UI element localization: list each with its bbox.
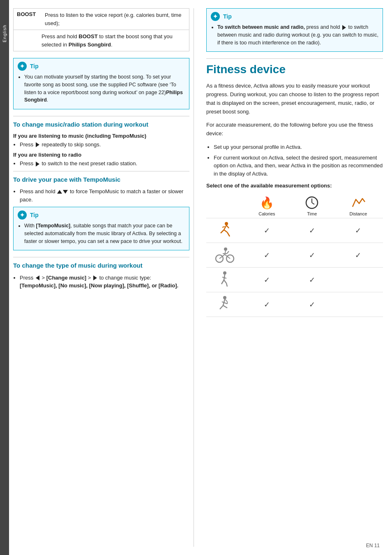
press-text-3: Press and hold (20, 188, 57, 194)
tip-title-2: Tip (30, 212, 39, 218)
press-after-1: repeatedly to skip songs. (42, 141, 101, 148)
distance-icon (351, 195, 366, 210)
boost-row2-text1: Press and hold (42, 33, 78, 39)
tip-icon-right: ✦ (211, 12, 220, 21)
svg-line-21 (221, 280, 224, 284)
tip-box-2: ✦ Tip With [TempoMusic], suitable songs … (13, 207, 189, 250)
change-type-bullets: Press > [Change music] > to change music… (20, 274, 189, 290)
tip-title-1: Tip (30, 63, 39, 69)
press-after-2: to switch to the next preset radio stati… (42, 160, 137, 166)
svg-text:🔥: 🔥 (260, 196, 274, 210)
right-column: ✦ Tip To switch between music and radio,… (202, 8, 383, 547)
page-number: EN 11 (366, 543, 380, 548)
arrow-right-icon-right (342, 25, 346, 30)
svg-point-4 (225, 222, 228, 225)
svg-line-18 (227, 251, 229, 254)
tip-star-icon: ✦ (20, 63, 25, 69)
walking-distance-empty (334, 268, 383, 292)
col-header-empty (206, 194, 243, 218)
tip-header-right: ✦ Tip (211, 12, 378, 21)
svg-line-27 (220, 305, 223, 309)
subsection-radio-heading: If you are listening to radio (13, 152, 189, 158)
svg-line-9 (226, 225, 229, 228)
table-row-other: ✓ ✓ (206, 292, 383, 317)
arrow-down-icon (63, 190, 68, 194)
tip-title-right: Tip (223, 13, 232, 20)
fitness-item-2: For current workout on Activa, select th… (214, 154, 383, 178)
drive-pace-bullets: Press and hold to force TempoMusic to ma… (20, 187, 189, 204)
boost-row2: Press and hold BOOST to start the boost … (14, 30, 189, 51)
walking-icon (216, 270, 234, 288)
tip2-bracket: [TempoMusic] (36, 223, 70, 229)
svg-line-8 (227, 232, 230, 236)
tip-icon-1: ✦ (18, 62, 27, 71)
walking-time-check: ✓ (291, 268, 334, 292)
subsection-music-heading: If you are listening to music (including… (13, 133, 189, 139)
right-tip-pre: To switch between music and radio, (217, 24, 305, 30)
cycling-icon (214, 245, 235, 264)
fitness-title: Fitness device (206, 63, 383, 76)
fitness-para1: As a fitness device, Activa allows you t… (206, 82, 383, 116)
section-change-music-heading: To change music/radio station during wor… (13, 120, 189, 129)
press-text-1: Press (20, 141, 35, 148)
change-type-items: [TempoMusic], [No music], [Now playing],… (20, 282, 178, 289)
arrow-up-icon (57, 190, 62, 194)
arrow-right-icon-1 (36, 142, 39, 147)
tip-star-icon-2: ✦ (20, 212, 25, 218)
press-text-4: Press (20, 275, 35, 281)
press-text-2: Press (20, 160, 35, 166)
measurement-table: 🔥 Calories Time (206, 194, 383, 317)
cycling-time-check: ✓ (291, 243, 334, 268)
walking-calories-check: ✓ (243, 268, 291, 292)
divider-3 (13, 257, 189, 257)
tip-item-2: With [TempoMusic], suitable songs that m… (24, 222, 185, 245)
change-music-menu: [Change music] (46, 275, 87, 281)
divider-2 (13, 171, 189, 171)
svg-line-7 (224, 230, 227, 232)
tip-header-1: ✦ Tip (18, 62, 185, 71)
radio-bullet-1: Press to switch to the next preset radio… (20, 160, 189, 168)
tip-header-2: ✦ Tip (18, 210, 185, 220)
change-type-bullet-1: Press > [Change music] > to change music… (20, 274, 189, 290)
activity-running (206, 218, 243, 243)
tip-box-1: ✦ Tip You can motivate yourself by start… (13, 58, 189, 109)
other-icon (216, 295, 234, 313)
col-header-time: Time (291, 194, 334, 218)
other-calories-check: ✓ (243, 292, 291, 317)
tip2-pre: With (24, 223, 36, 229)
divider-1 (13, 116, 189, 116)
svg-point-19 (223, 271, 226, 275)
svg-line-23 (226, 283, 227, 287)
time-icon (304, 195, 319, 210)
boost-brand-suffix: . (111, 42, 113, 48)
boost-brand: Philips Songbird (69, 42, 111, 48)
svg-line-28 (223, 305, 227, 308)
sidebar-language: English (0, 0, 9, 555)
table-row-walking: ✓ ✓ (206, 268, 383, 292)
tip-content-2: With [TempoMusic], suitable songs that m… (18, 222, 185, 245)
tip-item-1: You can motivate yourself by starting th… (24, 73, 185, 104)
change-type-mid: to change music type: (99, 275, 151, 281)
arrow-right-icon-2 (36, 162, 39, 166)
music-bullets: Press repeatedly to skip songs. (20, 141, 189, 149)
col-header-calories: 🔥 Calories (243, 194, 291, 218)
running-calories-check: ✓ (243, 218, 291, 243)
svg-point-13 (224, 247, 227, 251)
activity-cycling (206, 243, 243, 268)
fitness-item-1: Set up your personal profile in Activa. (214, 143, 383, 151)
section-change-type-heading: To change the type of music during worko… (13, 261, 189, 270)
left-column: BOOST Press to listen to the voice repor… (13, 8, 194, 547)
tip-item-right: To switch between music and radio, press… (217, 23, 378, 46)
radio-bullets: Press to switch to the next preset radio… (20, 160, 189, 168)
boost-row1-text: Press to listen to the voice report (e.g… (45, 11, 186, 27)
tip-icon-2: ✦ (18, 210, 27, 220)
boost-label: BOOST (17, 11, 42, 27)
table-row-cycling: ✓ ✓ ✓ (206, 243, 383, 268)
tip-star-icon-right: ✦ (213, 13, 218, 20)
boost-row1: BOOST Press to listen to the voice repor… (14, 9, 189, 30)
table-row-running: ✓ ✓ ✓ (206, 218, 383, 243)
right-tip-text: press and hold (307, 24, 341, 30)
svg-point-25 (223, 296, 226, 299)
arrow-left-icon (36, 275, 39, 280)
tip-content-1: You can motivate yourself by starting th… (18, 73, 185, 104)
